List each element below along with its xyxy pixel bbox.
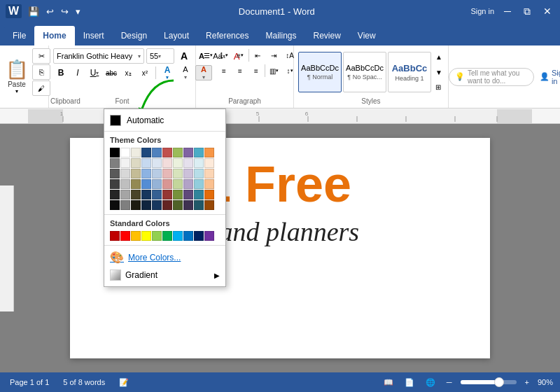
theme-color-swatch[interactable] xyxy=(204,148,214,158)
grow-font-button[interactable]: A xyxy=(176,48,192,64)
standard-color-swatch[interactable] xyxy=(194,231,204,241)
tab-design[interactable]: Design xyxy=(113,26,155,46)
close-btn[interactable]: ✕ xyxy=(540,4,554,18)
styles-expand[interactable]: ⊞ xyxy=(434,82,444,92)
restore-btn[interactable]: ⧉ xyxy=(521,4,533,19)
customize-qa-btn[interactable]: ▾ xyxy=(74,5,83,18)
tab-file[interactable]: File xyxy=(4,26,34,46)
font-size-dropdown[interactable]: 55 ▾ xyxy=(146,48,174,64)
theme-color-swatch[interactable] xyxy=(120,158,130,168)
zoom-level[interactable]: 90% xyxy=(538,378,553,386)
theme-color-swatch[interactable] xyxy=(183,148,193,158)
highlight-dropdown-arrow[interactable]: ▾ xyxy=(184,74,187,80)
theme-color-swatch[interactable] xyxy=(162,179,172,189)
minimize-btn[interactable]: ─ xyxy=(501,4,514,18)
theme-color-swatch[interactable] xyxy=(194,148,204,158)
theme-color-swatch[interactable] xyxy=(204,169,214,178)
style-heading1[interactable]: AaBbCc Heading 1 xyxy=(388,52,431,92)
increase-indent-button[interactable]: ⇥ xyxy=(266,48,281,62)
font-name-dropdown[interactable]: Franklin Gothic Heavy ▾ xyxy=(53,48,144,64)
print-layout-btn[interactable]: 📄 xyxy=(402,377,417,388)
tab-view[interactable]: View xyxy=(349,26,384,46)
theme-color-swatch[interactable] xyxy=(204,200,214,210)
standard-color-swatch[interactable] xyxy=(204,231,214,241)
zoom-out-btn[interactable]: ─ xyxy=(444,377,455,388)
theme-color-swatch[interactable] xyxy=(120,148,130,158)
style-normal[interactable]: AaBbCcDc ¶ Normal xyxy=(298,52,342,92)
theme-color-swatch[interactable] xyxy=(194,179,204,189)
theme-color-swatch[interactable] xyxy=(131,148,141,158)
font-color-button[interactable]: A ▾ xyxy=(195,65,212,80)
column-button[interactable]: ▥▾ xyxy=(266,64,281,78)
standard-color-swatch[interactable] xyxy=(183,231,193,241)
redo-qa-btn[interactable]: ↪ xyxy=(59,5,71,18)
theme-color-swatch[interactable] xyxy=(110,200,120,210)
theme-color-swatch[interactable] xyxy=(131,158,141,168)
theme-color-swatch[interactable] xyxy=(131,190,141,200)
theme-color-swatch[interactable] xyxy=(131,200,141,210)
tab-references[interactable]: References xyxy=(197,26,257,46)
numbering-button[interactable]: 1.▾ xyxy=(216,48,232,62)
theme-color-swatch[interactable] xyxy=(173,200,183,210)
subscript-button[interactable]: x₂ xyxy=(120,65,136,80)
text-effects-button[interactable]: A▾ xyxy=(159,65,176,80)
sign-in-btn[interactable]: 👤 Sign in xyxy=(540,69,560,85)
theme-color-swatch[interactable] xyxy=(162,148,172,158)
theme-color-swatch[interactable] xyxy=(173,158,183,168)
automatic-color-option[interactable]: Automatic xyxy=(104,112,225,129)
theme-color-swatch[interactable] xyxy=(183,169,193,178)
undo-qa-btn[interactable]: ↩ xyxy=(44,5,56,18)
style-no-space[interactable]: AaBbCcDc ¶ No Spac... xyxy=(343,52,386,92)
italic-button[interactable]: I xyxy=(70,65,85,80)
justify-button[interactable]: ≡ xyxy=(248,64,264,78)
theme-color-swatch[interactable] xyxy=(204,190,214,200)
page-info[interactable]: Page 1 of 1 xyxy=(7,377,52,388)
word-count[interactable]: 5 of 8 words xyxy=(60,377,108,388)
highlight-color-button[interactable]: A ▾ xyxy=(177,65,194,80)
theme-color-swatch[interactable] xyxy=(141,200,151,210)
standard-color-swatch[interactable] xyxy=(120,231,130,241)
theme-color-swatch[interactable] xyxy=(120,190,130,200)
theme-color-swatch[interactable] xyxy=(173,179,183,189)
theme-color-swatch[interactable] xyxy=(141,148,151,158)
tab-layout[interactable]: Layout xyxy=(155,26,197,46)
strikethrough-button[interactable]: abc xyxy=(104,65,119,80)
theme-color-swatch[interactable] xyxy=(141,190,151,200)
signin-btn[interactable]: Sign in xyxy=(470,7,494,15)
read-mode-btn[interactable]: 📖 xyxy=(381,377,396,388)
theme-color-swatch[interactable] xyxy=(194,169,204,178)
standard-color-swatch[interactable] xyxy=(141,231,151,241)
theme-color-swatch[interactable] xyxy=(162,158,172,168)
theme-color-swatch[interactable] xyxy=(162,200,172,210)
theme-color-swatch[interactable] xyxy=(183,158,193,168)
web-layout-btn[interactable]: 🌐 xyxy=(423,377,438,388)
standard-color-swatch[interactable] xyxy=(152,231,162,241)
theme-color-swatch[interactable] xyxy=(183,190,193,200)
tab-review[interactable]: Review xyxy=(304,26,349,46)
zoom-in-btn[interactable]: + xyxy=(522,377,532,388)
standard-color-swatch[interactable] xyxy=(173,231,183,241)
standard-color-swatch[interactable] xyxy=(110,231,120,241)
decrease-indent-button[interactable]: ⇤ xyxy=(250,48,265,62)
paste-button[interactable]: 📋 Paste ▾ xyxy=(3,48,31,105)
format-painter-button[interactable]: 🖌 xyxy=(32,80,50,96)
standard-color-swatch[interactable] xyxy=(131,231,141,241)
theme-color-swatch[interactable] xyxy=(110,169,120,178)
theme-color-swatch[interactable] xyxy=(183,179,193,189)
theme-color-swatch[interactable] xyxy=(173,169,183,178)
theme-color-swatch[interactable] xyxy=(110,179,120,189)
theme-color-swatch[interactable] xyxy=(141,179,151,189)
styles-scroll-down[interactable]: ▼ xyxy=(434,67,444,78)
theme-color-swatch[interactable] xyxy=(194,190,204,200)
tab-mailings[interactable]: Mailings xyxy=(257,26,304,46)
bold-button[interactable]: B xyxy=(53,65,69,80)
font-color-dropdown-arrow[interactable]: ▾ xyxy=(202,74,205,80)
theme-color-swatch[interactable] xyxy=(110,190,120,200)
theme-color-swatch[interactable] xyxy=(120,200,130,210)
zoom-slider-thumb[interactable] xyxy=(494,377,504,387)
theme-color-swatch[interactable] xyxy=(194,158,204,168)
theme-color-swatch[interactable] xyxy=(152,190,162,200)
align-center-button[interactable]: ≡ xyxy=(216,64,232,78)
theme-color-swatch[interactable] xyxy=(204,179,214,189)
theme-color-swatch[interactable] xyxy=(152,148,162,158)
